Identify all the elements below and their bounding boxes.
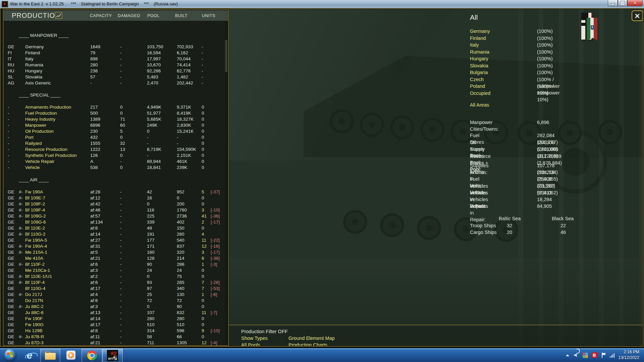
- close-window-button[interactable]: ✕: [627, 0, 643, 6]
- production-row[interactable]: AGAxis Generic--2,470202,442-: [4, 80, 228, 86]
- cell-country-code: GE: [8, 292, 14, 298]
- production-row[interactable]: GEJu 88C-6af:13-10783211[-7]: [4, 310, 228, 316]
- production-row[interactable]: -Synthetic Fuel Production1260-2,151K0: [4, 153, 228, 159]
- production-row[interactable]: GE#-Bf 110E-2af:6-491500: [4, 225, 228, 231]
- production-row[interactable]: GE#-Bf 110F-2af:6-902861[-3]: [4, 261, 228, 267]
- production-row[interactable]: GE#-Bf 110G-2af:14-1912804: [4, 231, 228, 237]
- production-row[interactable]: SLSlovakia57-5,4831,482-: [4, 74, 228, 80]
- production-row[interactable]: HUHungary236-92,28662,776-: [4, 68, 228, 74]
- production-row[interactable]: RURumania280-10,67074,414-: [4, 62, 228, 68]
- show-types-link[interactable]: Show Types: [241, 336, 268, 341]
- production-row[interactable]: GE#-Me 210A-1af:5-1603203[-17]: [4, 249, 228, 255]
- cell-built: 285: [177, 280, 184, 286]
- production-row[interactable]: GEJu 87D-3af:21-711130512[-4]: [4, 340, 228, 345]
- minimize-button[interactable]: [608, 0, 618, 6]
- production-charts-link[interactable]: Production Charts: [288, 342, 327, 346]
- cell-name: Germany: [25, 44, 44, 50]
- all-areas-link[interactable]: All Areas: [470, 102, 489, 108]
- production-row[interactable]: GE#-Fw 190A-4af:31-17183712[-16]: [4, 243, 228, 249]
- country-name[interactable]: Occupied: [470, 90, 490, 97]
- country-percentage: (100% / manpower 10%): [537, 83, 560, 103]
- country-name[interactable]: Slovakia: [470, 62, 488, 69]
- cell-pool: 42: [147, 189, 152, 195]
- country-name[interactable]: Bulgaria: [470, 69, 488, 76]
- production-row[interactable]: GE#-Bf 110F-4af:6-932857[-28]: [4, 280, 228, 286]
- production-row[interactable]: -Vehicle538018,841239K0: [4, 165, 228, 171]
- production-row[interactable]: -Armaments Production21704,949K9,371K0: [4, 104, 228, 110]
- country-name[interactable]: Italy: [470, 42, 479, 48]
- scrollbar-thumb[interactable]: [225, 40, 227, 72]
- taskbar-item-media-player[interactable]: [64, 348, 77, 362]
- cell-units: 3: [202, 249, 204, 255]
- clock-time: 2:16 PM: [608, 349, 639, 355]
- production-row[interactable]: ITItaly898-17,99770,044-: [4, 56, 228, 62]
- production-row[interactable]: GE#-Do 217Jaf:4-251301[-6]: [4, 292, 228, 298]
- production-row[interactable]: -Oil Production2305015,241K0: [4, 128, 228, 134]
- production-filter-toggle[interactable]: Production Filter OFF: [241, 329, 288, 334]
- cell-units: 0: [202, 146, 204, 153]
- production-row[interactable]: GEMe 210Ca-1af:3-24240: [4, 267, 228, 274]
- taskbar-item-chrome[interactable]: [82, 348, 102, 362]
- country-name[interactable]: Finland: [470, 35, 486, 42]
- action-center-flag-icon[interactable]: [600, 348, 607, 362]
- cell-pool: 314: [147, 328, 155, 334]
- production-row[interactable]: GEBf 109G-6af:134-3394022[-17]: [4, 219, 228, 225]
- tray-program-icon[interactable]: [582, 348, 589, 362]
- chart-icon[interactable]: [55, 12, 62, 19]
- production-row[interactable]: GE#-Fw 190Aaf:28-429525[-37]: [4, 189, 228, 195]
- production-row[interactable]: GEHs 129Baf:8-3145969[-10]: [4, 328, 228, 334]
- speaker-icon[interactable]: [572, 348, 580, 362]
- production-row[interactable]: GE#-Bf 109F-2af:42-02000: [4, 201, 228, 207]
- production-row[interactable]: GEFw 190Gaf:17-5105100: [4, 322, 228, 328]
- country-name[interactable]: Rumania: [470, 49, 489, 55]
- cell-pool: 107: [147, 310, 155, 316]
- cell-damaged: -: [120, 328, 122, 334]
- production-row[interactable]: GE#-Bf 110E-1/U1af:2-0750: [4, 274, 228, 280]
- all-pools-link[interactable]: All Pools: [241, 342, 260, 346]
- cell-pool: 25: [147, 292, 152, 298]
- cell-marker: #-: [19, 304, 23, 310]
- cell-country-code: -: [8, 134, 9, 140]
- production-row[interactable]: GEDo 217Naf:6-72720: [4, 298, 228, 304]
- taskbar-clock[interactable]: 2:16 PM 13/12/2022: [608, 349, 639, 361]
- ground-element-map-link[interactable]: Ground Element Map: [288, 336, 335, 341]
- production-row[interactable]: GEFw 190A-5af:27-17754011[-22]: [4, 237, 228, 243]
- production-row[interactable]: GE#-Bf 109E-7af:12-1600: [4, 195, 228, 201]
- taskbar-item-wite2-active[interactable]: 2WiT: [102, 348, 123, 362]
- production-row[interactable]: GEBf 110G-4af:17-973407[-53]: [4, 286, 228, 292]
- cell-units: 1: [202, 261, 204, 267]
- hidden-icons-arrow[interactable]: [564, 348, 571, 362]
- production-row[interactable]: GE#-Bf 109F-4af:46-11817603[-10]: [4, 207, 228, 213]
- production-row[interactable]: -Railyard155532--0: [4, 140, 228, 146]
- country-name[interactable]: Hungary: [470, 55, 488, 62]
- app-icon: [2, 1, 8, 7]
- production-row[interactable]: FIFinland79-16,5946,162-: [4, 50, 228, 56]
- production-row[interactable]: GEGermany1649-103,750702,933-: [4, 44, 228, 50]
- country-name[interactable]: Germany: [470, 28, 490, 35]
- scrollbar[interactable]: [225, 22, 227, 344]
- restore-button[interactable]: [618, 0, 627, 6]
- production-row[interactable]: -Port4320--0: [4, 134, 228, 140]
- production-row[interactable]: -Vehicle RepairA-89,944461K0: [4, 159, 228, 165]
- production-row[interactable]: GEMe 410Aaf:21-1282146[-38]: [4, 255, 228, 261]
- production-row[interactable]: GE#-Ju 87B-Raf:11-58660: [4, 334, 228, 340]
- production-row[interactable]: GE#-Bf 109G-2af:57-225273641[-36]: [4, 213, 228, 219]
- production-row[interactable]: -Fuel Production500051,9778,419K0: [4, 110, 228, 116]
- production-row[interactable]: GEFw 190Faf:14-2802800: [4, 316, 228, 322]
- cell-damaged: -: [120, 56, 122, 62]
- antivirus-b-icon[interactable]: B: [590, 348, 598, 362]
- production-row[interactable]: -Resource Production1222138,719K154,590K…: [4, 146, 228, 153]
- taskbar-item-internet-explorer[interactable]: e: [23, 348, 36, 362]
- country-name[interactable]: Czech: [470, 76, 484, 83]
- close-panel-button[interactable]: [632, 10, 643, 21]
- production-row[interactable]: -Manpower689660249K2,830K0: [4, 122, 228, 128]
- start-button[interactable]: [1, 348, 19, 362]
- country-name[interactable]: Poland: [470, 83, 485, 89]
- production-row[interactable]: -Heavy Industry1389715,685K18,327K0: [4, 116, 228, 122]
- cell-units: 0: [202, 267, 204, 274]
- taskbar-item-windows-explorer[interactable]: [40, 348, 60, 362]
- cell-units: 4: [202, 231, 204, 237]
- cell-name: Resource Production: [25, 146, 67, 153]
- production-row[interactable]: GE#-Ju 88C-2af:3-0900: [4, 304, 228, 310]
- cell-country-code: GE: [8, 249, 14, 255]
